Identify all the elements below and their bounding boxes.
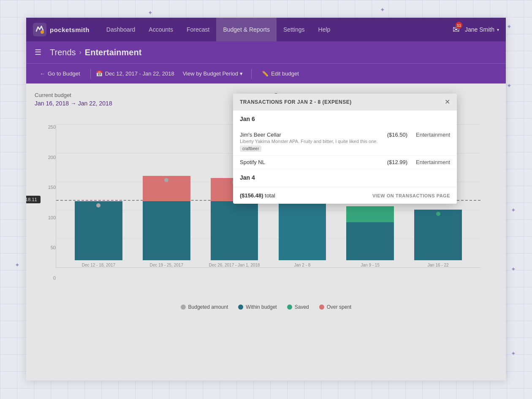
modal-title: TRANSACTIONS FOR JAN 2 - 8 (EXPENSE) [240,99,352,105]
date-heading-jan6: Jan 6 [240,116,450,122]
deco-star-6: ✦ [511,207,516,213]
total-label: total [265,192,275,199]
transaction-modal: TRANSACTIONS FOR JAN 2 - 8 (EXPENSE) ✕ J… [233,94,457,204]
transaction-category-2: Entertainment [416,159,450,165]
deco-star-10: ✦ [511,350,516,357]
transaction-row-2[interactable]: Spotify NL ($12.99) Entertainment [233,156,457,169]
modal-overlay: TRANSACTIONS FOR JAN 2 - 8 (EXPENSE) ✕ J… [26,18,506,380]
transaction-name-1: Jim's Beer Cellar Liberty Yakima Monster… [240,132,379,152]
total-amount: ($156.48) [240,192,263,199]
modal-footer: ($156.48) total VIEW ON TRANSACTIONS PAG… [233,187,457,204]
deco-star-5: ✦ [507,82,512,89]
transaction-tag-1: craftbeer [240,146,261,152]
main-container: pocketsmith Dashboard Accounts Forecast … [26,18,506,380]
modal-header: TRANSACTIONS FOR JAN 2 - 8 (EXPENSE) ✕ [233,94,457,111]
transaction-category-1: Entertainment [416,132,450,138]
deco-star-3: ✦ [507,23,512,30]
date-section-jan4: Jan 4 [233,169,457,187]
transaction-row-1[interactable]: Jim's Beer Cellar Liberty Yakima Monster… [233,128,457,156]
deco-star-1: ✦ [148,9,153,16]
total-text: ($156.48) total [240,192,275,199]
transaction-amount-1: ($16.50) [387,132,407,138]
transaction-name-2: Spotify NL [240,159,379,165]
deco-star-9: ✦ [511,266,516,272]
deco-star-7: ✦ [15,262,20,268]
deco-star-2: ✦ [380,6,385,13]
modal-body: Jan 6 Jim's Beer Cellar Liberty Yakima M… [233,111,457,187]
date-heading-jan4: Jan 4 [240,174,450,181]
date-section-jan6: Jan 6 [233,111,457,128]
transaction-desc-1: Liberty Yakima Monster APA. Fruity and b… [240,139,379,144]
modal-close-button[interactable]: ✕ [445,99,450,105]
transaction-amount-2: ($12.99) [387,159,407,165]
view-transactions-link[interactable]: VIEW ON TRANSACTIONS PAGE [372,193,450,198]
